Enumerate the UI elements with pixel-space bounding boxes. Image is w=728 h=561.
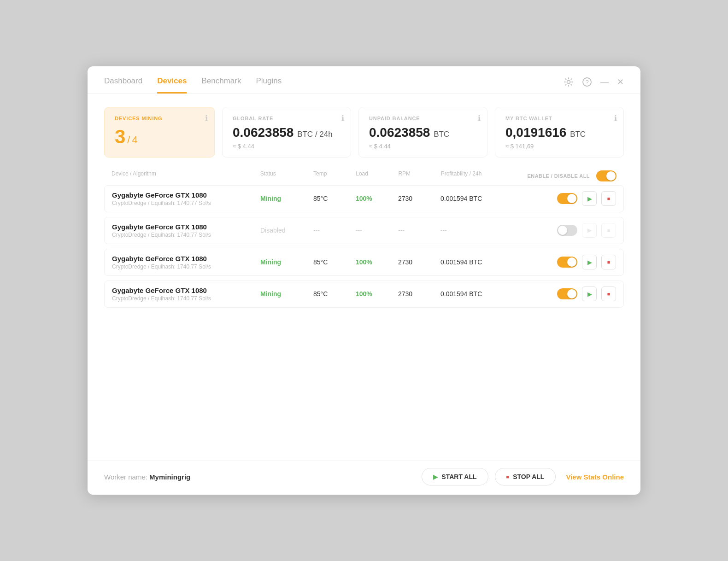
device-status-2: Disabled [260,227,313,234]
global-rate-usd: ≈ $ 4.44 [233,143,341,150]
worker-name: Myminingrig [149,473,190,481]
col-status: Status [260,170,313,181]
device-info-4: Gygabyte GeForce GTX 1080 CryptoDredge /… [112,286,260,302]
device-status-1: Mining [260,195,313,202]
table-row: Gygabyte GeForce GTX 1080 CryptoDredge /… [104,185,624,212]
table-row: Gygabyte GeForce GTX 1080 CryptoDredge /… [104,280,624,308]
device-controls-4: ▶ ■ [515,286,616,301]
device-temp-3: 85°C [313,258,356,266]
device-controls-3: ▶ ■ [515,255,616,269]
worker-label: Worker name: Myminingrig [104,473,190,481]
table-row: Gygabyte GeForce GTX 1080 CryptoDredge /… [104,249,624,276]
col-load: Load [356,170,398,181]
col-profit: Profitability / 24h [441,170,515,181]
device-name-3: Gygabyte GeForce GTX 1080 [112,255,260,263]
svg-text:?: ? [585,79,588,86]
help-icon: ? [582,77,592,87]
tab-benchmark[interactable]: Benchmark [201,76,241,94]
btc-wallet-label: MY BTC WALLET [505,116,613,121]
devices-mining-slash: / [127,134,130,146]
gear-icon [564,77,574,87]
global-rate-value: 0.0623858 BTC / 24h [233,126,341,140]
unpaid-balance-label: UNPAID BALANCE [369,116,477,121]
device-toggle-3[interactable] [557,257,577,268]
svg-point-0 [567,80,570,83]
col-device: Device / Algorithm [112,170,260,181]
close-icon: ✕ [617,78,624,86]
play-icon-1: ▶ [587,195,592,202]
col-temp: Temp [313,170,356,181]
stop-icon-2: ■ [607,228,611,233]
unpaid-balance-info-icon[interactable]: ℹ [478,114,481,123]
unpaid-balance-value: 0.0623858 BTC [369,126,477,140]
device-stop-btn-1[interactable]: ■ [601,191,616,206]
stop-icon-3: ■ [607,259,611,265]
device-profit-2: --- [440,227,515,234]
device-rpm-2: --- [398,227,440,234]
device-stop-btn-3[interactable]: ■ [601,255,616,269]
nav-bar: Dashboard Devices Benchmark Plugins ? — [88,66,640,94]
start-all-play-icon: ▶ [433,473,438,480]
device-status-3: Mining [260,258,313,266]
global-rate-card: ℹ GLOBAL RATE 0.0623858 BTC / 24h ≈ $ 4.… [222,107,351,158]
global-rate-label: GLOBAL RATE [233,116,341,121]
unpaid-balance-card: ℹ UNPAID BALANCE 0.0623858 BTC ≈ $ 4.44 [358,107,487,158]
stop-icon-4: ■ [607,291,611,297]
tab-plugins[interactable]: Plugins [256,76,282,94]
view-stats-button[interactable]: View Stats Online [566,473,624,481]
play-icon-2: ▶ [587,227,592,234]
btc-wallet-info-icon[interactable]: ℹ [614,114,617,123]
table-header: Device / Algorithm Status Temp Load RPM … [104,170,624,185]
devices-mining-count: 3 / 4 [115,126,204,148]
minimize-icon-btn[interactable]: — [600,78,609,86]
devices-mining-card: ℹ DEVICES MINING 3 / 4 [104,107,215,158]
help-icon-btn[interactable]: ? [582,77,592,87]
device-info-2: Gygabyte GeForce GTX 1080 CryptoDredge /… [112,223,260,238]
tab-devices[interactable]: Devices [157,76,187,94]
device-name-4: Gygabyte GeForce GTX 1080 [112,286,260,294]
device-stop-btn-2[interactable]: ■ [601,223,616,238]
settings-icon-btn[interactable] [564,77,574,87]
table-row: Gygabyte GeForce GTX 1080 CryptoDredge /… [104,217,624,244]
nav-actions: ? — ✕ [564,77,624,94]
device-load-3: 100% [356,258,398,266]
devices-mining-current: 3 [115,126,125,148]
btc-wallet-value: 0,0191616 BTC [505,126,613,140]
start-all-button[interactable]: ▶ START ALL [422,468,488,485]
device-toggle-1[interactable] [557,193,577,204]
device-table: Device / Algorithm Status Temp Load RPM … [104,170,624,445]
device-play-btn-2[interactable]: ▶ [582,223,597,238]
play-icon-3: ▶ [587,259,592,266]
devices-mining-info-icon[interactable]: ℹ [205,114,208,123]
device-controls-2: ▶ ■ [515,223,616,238]
tab-dashboard[interactable]: Dashboard [104,76,142,94]
device-status-4: Mining [260,290,313,298]
enable-all-toggle[interactable] [596,170,616,181]
minimize-icon: — [600,78,609,86]
stop-all-button[interactable]: ■ STOP ALL [495,468,556,485]
device-algo-3: CryptoDredge / Equihash: 1740.77 Sol/s [112,263,260,270]
global-rate-info-icon[interactable]: ℹ [341,114,344,123]
close-icon-btn[interactable]: ✕ [617,78,624,86]
btc-wallet-usd: ≈ $ 141,69 [505,143,613,150]
col-enable-all: ENABLE / DISABLE ALL [515,170,616,181]
play-icon-4: ▶ [587,291,592,298]
stop-all-stop-icon: ■ [506,474,510,479]
device-play-btn-4[interactable]: ▶ [582,286,597,301]
device-stop-btn-4[interactable]: ■ [601,286,616,301]
device-rpm-3: 2730 [398,258,440,266]
device-play-btn-1[interactable]: ▶ [582,191,597,206]
device-temp-2: --- [313,227,356,234]
devices-mining-label: DEVICES MINING [115,116,204,121]
device-toggle-4[interactable] [557,288,577,299]
device-load-4: 100% [356,290,398,298]
device-name-1: Gygabyte GeForce GTX 1080 [112,191,260,199]
device-profit-3: 0.001594 BTC [440,258,515,266]
device-temp-1: 85°C [313,195,356,202]
enable-disable-all-label: ENABLE / DISABLE ALL [527,173,590,179]
col-rpm: RPM [398,170,440,181]
stop-icon-1: ■ [607,196,611,201]
app-window: Dashboard Devices Benchmark Plugins ? — [88,66,640,495]
device-play-btn-3[interactable]: ▶ [582,255,597,269]
device-toggle-2[interactable] [557,225,577,236]
